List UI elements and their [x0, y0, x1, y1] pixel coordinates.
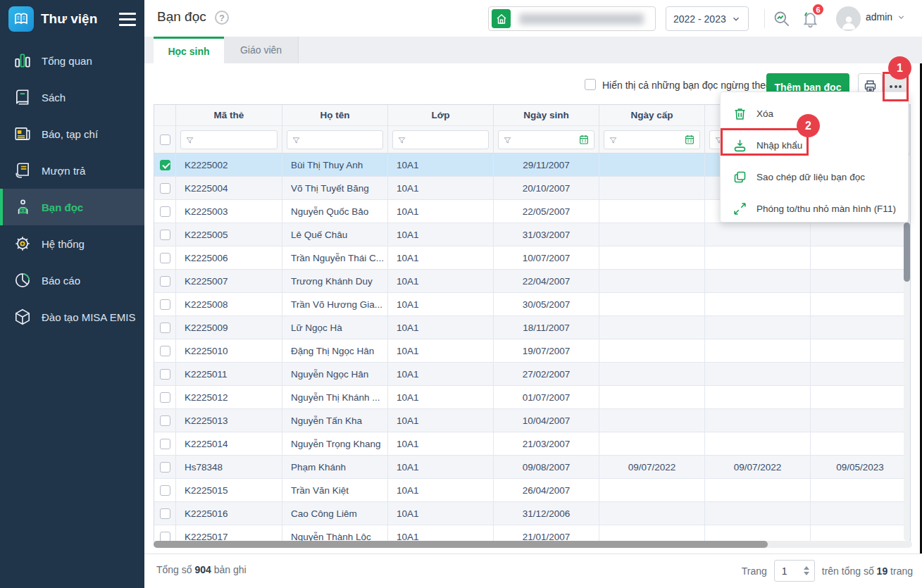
- row-checkbox[interactable]: [160, 508, 170, 519]
- cell-4: 26/04/2007: [494, 479, 599, 502]
- column-header-2[interactable]: Họ tên: [282, 105, 388, 126]
- row-checkbox[interactable]: [160, 299, 170, 310]
- cell-4: 22/04/2007: [494, 270, 599, 293]
- row-checkbox[interactable]: [160, 485, 170, 496]
- table-row[interactable]: K2225012Nguyễn Thị Khánh ...10A101/07/20…: [154, 386, 910, 409]
- cell-5: [599, 502, 705, 525]
- user-menu[interactable]: admin: [866, 11, 906, 23]
- cell-4: 31/12/2006: [494, 502, 599, 525]
- row-checkbox[interactable]: [160, 160, 170, 170]
- search-lookup-icon[interactable]: [772, 9, 791, 28]
- cell-3: 10A1: [388, 386, 494, 409]
- menu-item-trash[interactable]: Xóa: [721, 98, 908, 130]
- horizontal-scrollbar-thumb[interactable]: [154, 541, 768, 548]
- row-checkbox-cell: [154, 316, 176, 339]
- cell-5: [599, 246, 705, 270]
- cell-1: K2225009: [176, 316, 282, 339]
- row-checkbox[interactable]: [160, 206, 170, 217]
- sidebar-item-bao-cao[interactable]: Báo cáo: [0, 262, 144, 299]
- menu-item-copy[interactable]: Sao chép dữ liệu bạn đọc: [721, 161, 908, 193]
- avatar[interactable]: [836, 6, 861, 31]
- page-number-input[interactable]: 1: [774, 560, 815, 582]
- row-checkbox[interactable]: [160, 276, 170, 287]
- calendar-icon[interactable]: [578, 134, 590, 145]
- row-checkbox[interactable]: [160, 439, 170, 449]
- column-filter-input[interactable]: [604, 130, 700, 149]
- table-row[interactable]: K2225017Nguyễn Thành Lộc10A121/01/2007: [154, 525, 910, 542]
- row-checkbox-cell: [154, 502, 176, 525]
- table-row[interactable]: K2225008Trần Võ Hương Gia...10A130/05/20…: [154, 293, 910, 316]
- row-checkbox[interactable]: [160, 253, 170, 263]
- row-checkbox[interactable]: [160, 415, 170, 426]
- footer: Tổng số 904 bản ghi Trang 1 trên tổng số…: [144, 553, 922, 588]
- cell-3: 10A1: [388, 200, 494, 223]
- row-checkbox[interactable]: [160, 323, 170, 333]
- page-number-value: 1: [775, 565, 804, 577]
- table-row[interactable]: K2225013Nguyễn Tấn Kha10A110/04/2007: [154, 409, 910, 432]
- school-year-dropdown[interactable]: 2022 - 2023: [666, 6, 749, 31]
- step-down-icon[interactable]: [804, 572, 809, 575]
- column-filter-input[interactable]: [498, 130, 594, 149]
- column-filter-input[interactable]: [392, 130, 489, 149]
- cell-4: 21/03/2007: [494, 432, 599, 456]
- menu-item-label: Sao chép dữ liệu bạn đọc: [756, 172, 865, 182]
- step-up-icon[interactable]: [804, 566, 809, 570]
- cell-2: Nguyễn Thị Khánh ...: [282, 386, 388, 409]
- table-row[interactable]: K2225015Trần Văn Kiệt10A126/04/2007: [154, 479, 910, 502]
- sidebar-item-he-thong[interactable]: Hệ thống: [0, 225, 144, 262]
- cell-1: K2225004: [176, 177, 282, 200]
- column-filter-input[interactable]: [180, 130, 278, 149]
- sidebar-item-sach[interactable]: Sách: [0, 79, 144, 115]
- sidebar-item-bao-tap-chi[interactable]: Báo, tạp chí: [0, 115, 144, 152]
- table-row[interactable]: K2225014Nguyễn Trọng Khang10A121/03/2007: [154, 432, 910, 456]
- cell-3: 10A1: [388, 270, 494, 293]
- row-checkbox[interactable]: [160, 230, 170, 240]
- sidebar-item-label: Mượn trả: [42, 165, 85, 177]
- column-header-3[interactable]: Lớp: [388, 105, 494, 126]
- row-checkbox[interactable]: [160, 369, 170, 380]
- school-selector[interactable]: [488, 6, 656, 31]
- sidebar-item-ban-doc[interactable]: Bạn đọc: [0, 189, 144, 225]
- column-header-4[interactable]: Ngày sinh: [494, 105, 599, 126]
- column-filter-input[interactable]: [287, 130, 383, 149]
- table-row[interactable]: Hs78348Phạm Khánh10A109/08/200709/07/202…: [154, 456, 910, 479]
- menu-item-import[interactable]: Nhập khẩu: [721, 130, 908, 161]
- table-row[interactable]: K2225016Cao Công Liêm10A131/12/2006: [154, 502, 910, 525]
- sidebar-toggle-icon[interactable]: [119, 10, 136, 29]
- tab-giao-vien[interactable]: Giáo viên: [224, 37, 299, 63]
- page-stepper[interactable]: [804, 566, 814, 575]
- sidebar-item-tong-quan[interactable]: Tổng quan: [0, 42, 144, 79]
- row-checkbox-cell: [154, 525, 176, 542]
- cell-2: Lữ Ngọc Hà: [282, 316, 388, 339]
- table-row[interactable]: K2225005Lê Quế Châu10A131/03/2007: [154, 223, 910, 246]
- row-checkbox[interactable]: [160, 346, 170, 356]
- newspaper-icon: [13, 125, 32, 144]
- column-header-5[interactable]: Ngày cấp: [599, 105, 705, 126]
- calendar-icon[interactable]: [684, 134, 695, 145]
- cell-5: [599, 363, 705, 386]
- help-icon[interactable]: ?: [215, 11, 229, 25]
- row-checkbox[interactable]: [160, 392, 170, 403]
- sidebar-item-dao-tao[interactable]: Đào tạo MISA EMIS: [0, 299, 144, 335]
- tab-hoc-sinh[interactable]: Học sinh: [154, 37, 224, 63]
- table-row[interactable]: K2225011Nguyễn Ngọc Hân10A127/02/2007: [154, 363, 910, 386]
- menu-item-fullscreen[interactable]: Phóng to/thu nhỏ màn hình (F11): [721, 193, 908, 225]
- table-row[interactable]: K2225009Lữ Ngọc Hà10A118/11/2007: [154, 316, 910, 339]
- horizontal-scrollbar[interactable]: [154, 541, 912, 548]
- cell-6: [705, 502, 811, 525]
- select-all-checkbox[interactable]: [160, 135, 170, 145]
- menu-item-label: Nhập khẩu: [756, 140, 802, 151]
- sidebar-item-label: Hệ thống: [42, 238, 85, 250]
- cell-3: 10A1: [388, 316, 494, 339]
- table-row[interactable]: K2225010Đặng Thị Ngọc Hân10A119/07/2007: [154, 339, 910, 363]
- page-title: Bạn đọc: [157, 9, 206, 25]
- vertical-scrollbar-thumb[interactable]: [904, 223, 910, 282]
- table-row[interactable]: K2225006Trần Nguyễn Thái C...10A110/07/2…: [154, 246, 910, 270]
- row-checkbox[interactable]: [160, 462, 170, 473]
- column-header-1[interactable]: Mã thẻ: [176, 105, 282, 126]
- table-row[interactable]: K2225007Trương Khánh Duy10A122/04/2007: [154, 270, 910, 293]
- home-icon[interactable]: [492, 9, 511, 28]
- sidebar-item-muon-tra[interactable]: Mượn trả: [0, 152, 144, 189]
- show-inactive-checkbox[interactable]: [585, 79, 596, 90]
- row-checkbox[interactable]: [160, 183, 170, 194]
